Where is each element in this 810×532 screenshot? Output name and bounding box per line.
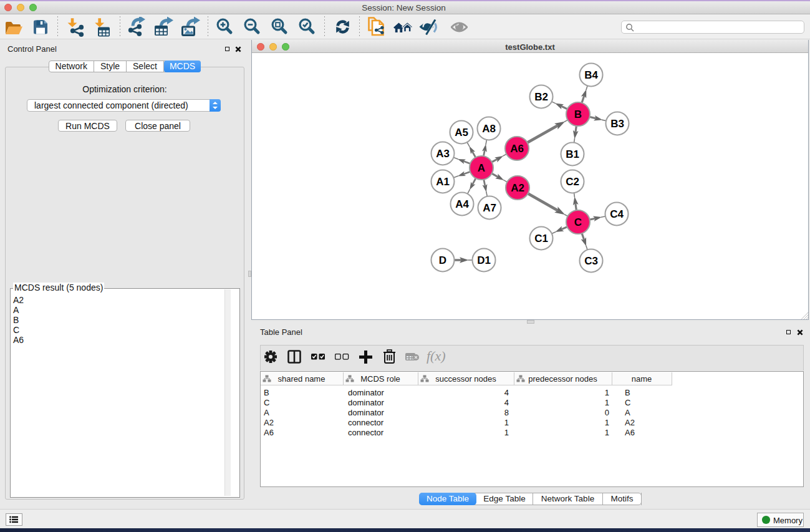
svg-text:A5: A5 xyxy=(455,127,468,138)
svg-text:B4: B4 xyxy=(584,69,598,81)
svg-text:C2: C2 xyxy=(566,176,579,188)
svg-text:A7: A7 xyxy=(483,202,496,214)
svg-text:C3: C3 xyxy=(584,255,598,267)
svg-text:C: C xyxy=(574,216,582,228)
svg-text:A1: A1 xyxy=(436,176,450,188)
svg-text:D: D xyxy=(439,254,446,266)
svg-text:B1: B1 xyxy=(566,148,579,160)
svg-text:C4: C4 xyxy=(610,208,624,220)
svg-text:A3: A3 xyxy=(436,148,450,160)
svg-text:A6: A6 xyxy=(510,143,524,155)
svg-text:B2: B2 xyxy=(534,91,548,103)
svg-text:A8: A8 xyxy=(482,123,496,135)
svg-text:A2: A2 xyxy=(511,182,524,194)
svg-text:A: A xyxy=(478,162,485,174)
svg-text:D1: D1 xyxy=(477,254,491,266)
svg-text:B: B xyxy=(574,109,582,120)
svg-text:A4: A4 xyxy=(455,198,469,210)
svg-text:C1: C1 xyxy=(534,233,548,244)
svg-text:B3: B3 xyxy=(610,118,624,130)
